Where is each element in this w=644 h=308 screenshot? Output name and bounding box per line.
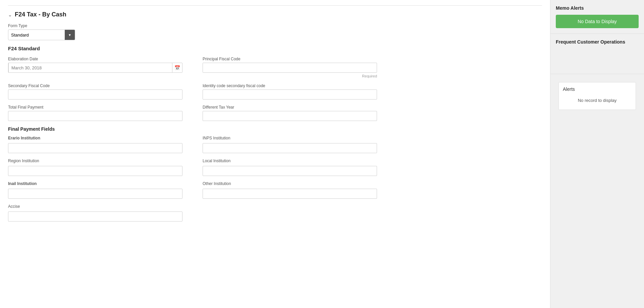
local-institution-field: Local Institution — [203, 159, 377, 176]
alerts-title: Alerts — [563, 86, 632, 92]
inps-institution-label: INPS Institution — [203, 136, 377, 140]
total-final-payment-input[interactable] — [8, 111, 182, 121]
elaboration-date-field: Elaboration Date 📅 — [8, 57, 182, 78]
other-institution-field: Other Institution — [203, 181, 377, 199]
elaboration-date-label: Elaboration Date — [8, 57, 182, 61]
accise-field: Accise — [8, 204, 182, 222]
principal-fiscal-code-field: Principal Fiscal Code Required — [203, 57, 377, 78]
form-type-group: Form Type Standard ▼ — [8, 23, 542, 40]
region-institution-field: Region Institution — [8, 159, 182, 176]
f24-section-title: F24 Standard — [8, 46, 542, 51]
page-title: F24 Tax - By Cash — [15, 11, 66, 18]
principal-fiscal-code-input[interactable] — [203, 63, 377, 73]
different-tax-year-input[interactable] — [203, 111, 377, 121]
inail-institution-label: Inail Institution — [8, 181, 182, 186]
erario-institution-field: Erario Institution — [8, 136, 182, 153]
memo-alerts-section: Memo Alerts No Data to Display — [550, 0, 644, 34]
required-hint: Required — [203, 74, 377, 78]
form-type-select-wrapper[interactable]: Standard ▼ — [8, 29, 75, 40]
region-institution-input[interactable] — [8, 166, 182, 176]
page-header: ⌄ F24 Tax - By Cash — [8, 11, 542, 18]
secondary-fiscal-code-label: Secondary Fiscal Code — [8, 83, 182, 88]
frequent-ops-section: Frequent Customer Operations — [550, 34, 644, 74]
right-panel: Memo Alerts No Data to Display Frequent … — [550, 0, 644, 308]
accise-input[interactable] — [8, 211, 182, 222]
other-institution-input[interactable] — [203, 189, 377, 199]
secondary-fiscal-code-input[interactable] — [8, 89, 182, 100]
elaboration-date-input-wrapper[interactable]: 📅 — [8, 63, 182, 73]
different-tax-year-label: Different Tax Year — [203, 105, 377, 110]
inps-institution-field: INPS Institution — [203, 136, 377, 153]
inail-institution-field: Inail Institution — [8, 181, 182, 199]
inail-institution-input[interactable] — [8, 189, 182, 199]
memo-alerts-title: Memo Alerts — [556, 5, 639, 11]
no-data-button[interactable]: No Data to Display — [556, 15, 639, 28]
principal-fiscal-code-label: Principal Fiscal Code — [203, 57, 377, 61]
no-record-text: No record to display — [563, 95, 632, 106]
inps-institution-input[interactable] — [203, 143, 377, 153]
calendar-icon[interactable]: 📅 — [172, 65, 182, 70]
select-arrow-icon[interactable]: ▼ — [65, 30, 75, 40]
erario-institution-input[interactable] — [8, 143, 182, 153]
form-type-label: Form Type — [8, 23, 542, 28]
frequent-ops-title: Frequent Customer Operations — [556, 39, 639, 45]
local-institution-input[interactable] — [203, 166, 377, 176]
identity-code-secondary-input[interactable] — [203, 89, 377, 100]
identity-code-secondary-label: Identity code secondary fiscal code — [203, 83, 377, 88]
final-payment-title: Final Payment Fields — [8, 126, 542, 132]
collapse-icon[interactable]: ⌄ — [8, 12, 12, 17]
total-final-payment-label: Total Final Payment — [8, 105, 182, 110]
identity-code-secondary-field: Identity code secondary fiscal code — [203, 83, 377, 100]
alerts-outer: Alerts No record to display — [550, 74, 644, 118]
accise-label: Accise — [8, 204, 182, 209]
local-institution-label: Local Institution — [203, 159, 377, 163]
total-final-payment-field: Total Final Payment — [8, 105, 182, 121]
different-tax-year-field: Different Tax Year — [203, 105, 377, 121]
erario-institution-label: Erario Institution — [8, 136, 182, 140]
elaboration-date-input[interactable] — [8, 63, 172, 73]
form-type-select[interactable]: Standard — [8, 30, 65, 40]
region-institution-label: Region Institution — [8, 159, 182, 163]
alerts-section: Alerts No record to display — [558, 82, 636, 110]
secondary-fiscal-code-field: Secondary Fiscal Code — [8, 83, 182, 100]
other-institution-label: Other Institution — [203, 181, 377, 186]
